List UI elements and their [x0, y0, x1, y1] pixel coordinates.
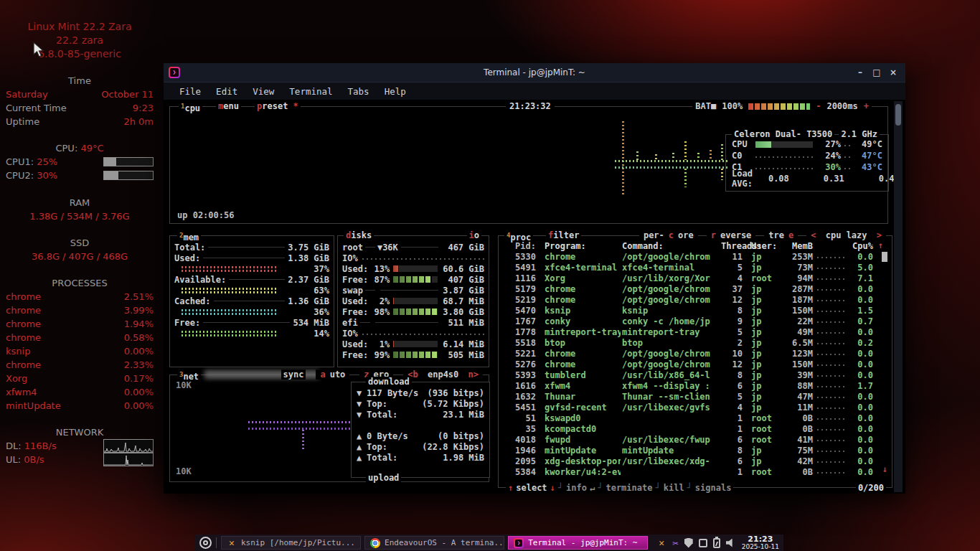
taskbar-clock[interactable]: 21:23 2025-10-11	[742, 536, 779, 550]
interval-plus-button[interactable]: +	[864, 101, 869, 111]
net-stat-value: (0 bitps)	[438, 431, 484, 441]
proc-table-row[interactable]: 5221 chrome /opt/google/chrom 10 jp 123M…	[504, 348, 873, 359]
cell-cpu-graph	[817, 360, 844, 368]
proc-table-row[interactable]: 5491 xfce4-terminal xfce4-terminal 5 jp …	[504, 262, 873, 273]
select-up-icon[interactable]: ↑	[508, 483, 513, 493]
header-memb[interactable]: MemB	[778, 241, 813, 251]
battery-meter	[748, 103, 810, 110]
proc-table-row[interactable]: 1778 mintreport-tray mintreport-tray 5 j…	[504, 326, 873, 337]
proc-table-row[interactable]: 51 kswapd0 1 root 0B 0.0	[504, 413, 873, 423]
terminal-scrollbar-thumb[interactable]	[895, 104, 901, 126]
header-program[interactable]: Program:	[537, 241, 621, 251]
enter-icon: ↵	[590, 483, 595, 493]
proc-table-row[interactable]: 1946 mintUpdate mintUpdate 8 jp 75M 0.0	[504, 445, 873, 456]
header-user[interactable]: User:	[743, 241, 778, 251]
tree-toggle[interactable]: tree	[764, 230, 798, 240]
preset-button[interactable]: preset *	[255, 101, 301, 111]
menu-item[interactable]: File	[179, 86, 201, 97]
ksnip-tray-icon[interactable]: ✕	[656, 538, 666, 548]
info-action[interactable]: info	[566, 483, 587, 493]
proc-table-row[interactable]: 4018 fwupd /usr/libexec/fwup 6 root 41M …	[504, 434, 873, 445]
kill-action[interactable]: kill	[664, 483, 684, 493]
cell-memb: 6.5M	[778, 338, 813, 348]
header-command[interactable]: Command:	[621, 241, 721, 251]
taskbar-window-button[interactable]: EndeavourOS - A termina...	[364, 536, 504, 550]
minimize-button[interactable]: –	[854, 67, 866, 77]
close-button[interactable]: ×	[887, 67, 899, 77]
cell-threads: 1	[721, 467, 743, 477]
process-name: xfwm4	[6, 385, 37, 399]
title-bar[interactable]: Terminal - jp@jpMinT: ~ – □ ×	[164, 63, 905, 83]
menu-item[interactable]: Terminal	[289, 86, 332, 97]
cpu-core-stat-row: C1 30% 43°C	[732, 161, 882, 173]
menu-item[interactable]: View	[253, 86, 274, 97]
scissors-icon[interactable]: ✂	[672, 537, 678, 549]
maximize-button[interactable]: □	[871, 67, 882, 77]
disks-box-title[interactable]: disks	[344, 230, 374, 240]
proc-table-row[interactable]: 35 kcompactd0 1 root 0B 0.0	[504, 423, 873, 434]
disk-value: 6.14 MiB	[441, 339, 484, 349]
process-row: chrome 3.99%	[4, 303, 155, 317]
mint-menu-icon[interactable]	[199, 537, 212, 549]
mem-box-title[interactable]: 2mem	[177, 230, 201, 242]
proc-table-row[interactable]: 1767 conky conky -c /home/jp 9 jp 22M 0.…	[504, 316, 873, 326]
cell-pid: 5393	[504, 370, 537, 380]
taskbar-window-button[interactable]: ✕ ksnip [/home/jp/Pictu...	[221, 536, 361, 550]
clipboard-icon[interactable]	[699, 539, 707, 547]
volume-icon[interactable]	[726, 539, 735, 547]
menu-button[interactable]: menu	[216, 101, 241, 111]
net-device-switch[interactable]: <b enp4s0 n>	[403, 369, 483, 380]
proc-table-row[interactable]: 5470 ksnip ksnip 8 jp 150M 1.5	[504, 305, 873, 316]
per-core-toggle[interactable]: per-core	[639, 230, 698, 240]
sort-selector[interactable]: < cpu lazy >	[806, 230, 886, 240]
taskbar-window-button[interactable]: Terminal - jp@jpMinT: ~	[508, 536, 648, 550]
header-pid[interactable]: Pid:	[504, 241, 537, 251]
proc-scrollbar-thumb[interactable]	[882, 252, 887, 262]
proc-table-row[interactable]: 5384 kworker/u4:2-eve 1 root 0B 0.0	[504, 466, 873, 477]
menu-item[interactable]: Edit	[216, 86, 237, 97]
cpu-temp-value: 49°C	[80, 143, 103, 154]
header-cpu[interactable]: Cpu%	[849, 241, 873, 251]
interval-minus-button[interactable]: -	[816, 101, 821, 111]
proc-table-row[interactable]: 1632 Thunar Thunar --sm-clien 5 jp 47M 0…	[504, 391, 873, 402]
proc-table-row[interactable]: 5276 chrome /opt/google/chrom 12 jp 150M…	[504, 359, 873, 369]
proc-table-row[interactable]: 5179 chrome /opt/google/chrom 37 jp 287M…	[504, 283, 873, 294]
disk-label: root	[342, 242, 363, 253]
header-threads[interactable]: Threads:	[721, 241, 743, 251]
proc-table-row[interactable]: 1116 Xorg /usr/lib/xorg/Xor 4 root 94M 7…	[504, 273, 873, 283]
net-stat-label: Total:	[367, 410, 397, 420]
disk-value: 3.80 GiB	[441, 307, 484, 317]
proc-table-row[interactable]: 5393 tumblerd /usr/lib/x86_64-l 8 jp 39M…	[504, 369, 873, 380]
menu-item[interactable]: Help	[385, 86, 406, 97]
proc-table-row[interactable]: 1616 xfwm4 xfwm4 --display : 6 jp 88M 1.…	[504, 380, 873, 391]
cell-cpu: 0.0	[849, 349, 873, 359]
battery-icon[interactable]	[713, 538, 720, 548]
scroll-down-icon[interactable]: ↓	[882, 464, 887, 474]
terminal-scrollbar[interactable]	[894, 101, 903, 492]
reverse-toggle[interactable]: reverse	[707, 230, 756, 240]
io-toggle[interactable]: io	[467, 230, 481, 240]
terminate-action[interactable]: terminate	[606, 483, 652, 493]
select-action[interactable]: select	[516, 483, 547, 493]
net-sync-button[interactable]: sync	[281, 369, 306, 380]
cell-cpu-graph	[817, 328, 844, 336]
cell-cpu: 0.0	[849, 413, 873, 423]
mem-stat: Total: 3.75 GiB	[174, 242, 329, 253]
select-down-icon[interactable]: ↓	[550, 483, 555, 493]
proc-table-row[interactable]: 5330 chrome /opt/google/chrom 11 jp 253M…	[504, 251, 873, 262]
up-arrow-icon: ▲	[357, 442, 367, 452]
cell-threads: 5	[721, 263, 743, 273]
proc-table-row[interactable]: 5518 btop btop 2 jp 6.5M 0.2	[504, 337, 873, 348]
filter-button[interactable]: filter	[546, 230, 581, 240]
net-download-row: ▼ 117 Byte/s (936 bitps)	[357, 387, 484, 398]
disks-box: disks io root ▼36K 467 GiB	[337, 235, 489, 367]
cpu-box-title[interactable]: 1cpu	[179, 101, 202, 113]
menu-item[interactable]: Tabs	[348, 86, 369, 97]
proc-table-row[interactable]: 5219 chrome /opt/google/chrom 12 jp 187M…	[504, 294, 873, 305]
shield-icon[interactable]	[684, 538, 693, 548]
signals-action[interactable]: signals	[695, 483, 732, 493]
cell-pid: 5384	[504, 467, 537, 477]
proc-table-row[interactable]: 5451 gvfsd-recent /usr/libexec/gvfs 4 jp…	[504, 402, 873, 413]
net-auto-button[interactable]: auto	[316, 369, 349, 380]
proc-table-row[interactable]: 2095 xdg-desktop-por /usr/libexec/xdg- 6…	[504, 456, 873, 466]
